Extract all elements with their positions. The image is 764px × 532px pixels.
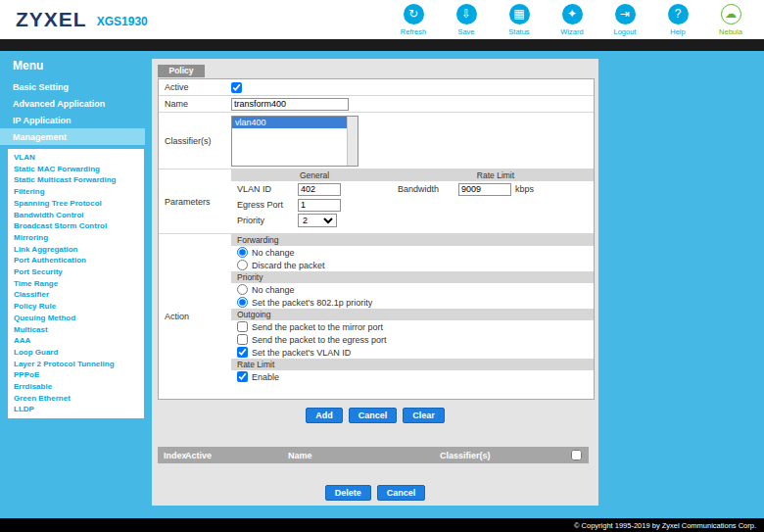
sidebar-link-static-mac-forwarding[interactable]: Static MAC Forwarding xyxy=(8,164,144,175)
table-header-row: Index Active Name Classifier(s) xyxy=(158,447,589,463)
rate-limit-enable-checkbox[interactable] xyxy=(237,371,248,382)
sidebar-link-spanning-tree-protocol[interactable]: Spanning Tree Protocol xyxy=(8,198,144,210)
add-button[interactable]: Add xyxy=(306,408,343,423)
vlan-id-input[interactable] xyxy=(298,183,341,196)
sidebar-link-green-ethernet[interactable]: Green Ethernet xyxy=(8,393,144,405)
column-index: Index xyxy=(158,451,185,460)
forwarding-no-change-radio[interactable] xyxy=(237,247,248,258)
sidebar-link-layer2-protocol-tunneling[interactable]: Layer 2 Protocol Tunneling xyxy=(8,359,144,370)
sidebar-link-time-range[interactable]: Time Range xyxy=(8,278,144,290)
sidebar-link-multicast[interactable]: Multicast xyxy=(8,324,144,336)
form-row-parameters: Parameters General Rate Limit VLAN ID Ba… xyxy=(159,169,594,234)
sidebar-link-link-aggregation[interactable]: Link Aggregation xyxy=(8,244,144,256)
sidebar-link-queuing-method[interactable]: Queuing Method xyxy=(8,313,144,324)
classifier-option-vlan400[interactable]: vlan400 xyxy=(232,117,347,128)
priority-band: Priority xyxy=(231,271,594,283)
help-button[interactable]: ? Help xyxy=(658,4,697,36)
outgoing-egress-option: Send the packet to the egress port xyxy=(231,333,594,346)
rate-limit-enable-label: Enable xyxy=(252,372,279,382)
action-label: Action xyxy=(159,234,231,399)
tab-policy[interactable]: Policy xyxy=(158,65,205,77)
sidebar-item-basic-setting[interactable]: Basic Setting xyxy=(0,78,145,95)
form-row-active: Active xyxy=(159,79,594,96)
sidebar-item-ip-application[interactable]: IP Application xyxy=(0,112,145,128)
refresh-button[interactable]: ↻ Refresh xyxy=(394,4,433,36)
sidebar-link-lldp[interactable]: LLDP xyxy=(8,404,144,415)
sidebar-item-advanced-application[interactable]: Advanced Application xyxy=(0,95,145,112)
sidebar-link-mirroring[interactable]: Mirroring xyxy=(8,232,144,244)
egress-port-input[interactable] xyxy=(298,199,341,212)
priority-select[interactable]: 2 xyxy=(298,214,337,227)
form-row-name: Name xyxy=(159,96,594,113)
device-model: XGS1930 xyxy=(97,15,148,28)
save-label: Save xyxy=(457,27,474,36)
content-panel: Policy Active Name Classifier(s) vlan400 xyxy=(152,59,598,506)
classifiers-label: Classifier(s) xyxy=(159,113,231,169)
param-row-vlan-bandwidth: VLAN ID Bandwidth kbps xyxy=(231,181,594,197)
sidebar-link-filtering[interactable]: Filtering xyxy=(8,186,144,198)
listbox-scrollbar[interactable] xyxy=(347,117,358,166)
outgoing-egress-label: Send the packet to the egress port xyxy=(252,335,387,345)
sidebar-link-bandwidth-control[interactable]: Bandwidth Control xyxy=(8,210,144,221)
outgoing-set-vlan-label: Set the packet's VLAN ID xyxy=(252,348,351,358)
outgoing-mirror-checkbox[interactable] xyxy=(237,321,248,332)
cancel-button-2[interactable]: Cancel xyxy=(377,485,426,501)
logout-icon: ⇥ xyxy=(615,4,636,24)
parameters-label: Parameters xyxy=(159,169,231,233)
logout-label: Logout xyxy=(614,27,637,36)
param-row-egress-port: Egress Port xyxy=(231,197,594,213)
sidebar-link-static-multicast-forwarding[interactable]: Static Multicast Forwarding xyxy=(8,174,144,186)
delete-button[interactable]: Delete xyxy=(325,485,371,501)
priority-no-change-radio[interactable] xyxy=(237,284,248,295)
sidebar-link-loop-guard[interactable]: Loop Guard xyxy=(8,347,144,359)
nebula-label: Nebula xyxy=(719,27,742,36)
sidebar-link-port-authentication[interactable]: Port Authentication xyxy=(8,255,144,266)
select-all-checkbox[interactable] xyxy=(571,450,582,460)
clear-button[interactable]: Clear xyxy=(403,408,445,423)
active-checkbox[interactable] xyxy=(231,82,242,93)
sidebar-link-port-security[interactable]: Port Security xyxy=(8,266,144,278)
column-active: Active xyxy=(185,451,288,460)
form-row-classifiers: Classifier(s) vlan400 xyxy=(159,113,594,169)
save-icon: ⇩ xyxy=(456,4,477,24)
sidebar-link-errdisable[interactable]: Errdisable xyxy=(8,381,144,393)
sidebar-link-broadcast-storm-control[interactable]: Broadcast Storm Control xyxy=(8,220,144,232)
sidebar-item-management[interactable]: Management xyxy=(0,128,145,145)
outgoing-egress-checkbox[interactable] xyxy=(237,334,248,345)
sidebar-link-vlan[interactable]: VLAN xyxy=(8,152,144,164)
forwarding-discard-radio[interactable] xyxy=(237,260,248,270)
policy-rules-table: Index Active Name Classifier(s) xyxy=(158,447,589,463)
status-button[interactable]: ▦ Status xyxy=(500,4,539,36)
general-header: General xyxy=(231,169,398,181)
sidebar: Menu Basic Setting Advanced Application … xyxy=(0,51,145,518)
priority-set-8021p-radio[interactable] xyxy=(237,297,248,308)
logout-button[interactable]: ⇥ Logout xyxy=(605,4,645,36)
outgoing-set-vlan-checkbox[interactable] xyxy=(237,347,248,358)
rate-limit-enable-option: Enable xyxy=(231,370,594,383)
forwarding-no-change-label: No change xyxy=(252,248,295,258)
sidebar-link-aaa[interactable]: AAA xyxy=(8,335,144,347)
nebula-button[interactable]: ☁ Nebula xyxy=(711,4,750,36)
sidebar-link-pppoe[interactable]: PPPoE xyxy=(8,369,144,381)
name-label: Name xyxy=(159,96,231,112)
sidebar-link-policy-rule[interactable]: Policy Rule xyxy=(8,301,144,313)
parameters-header: General Rate Limit xyxy=(231,169,594,181)
outgoing-mirror-label: Send the packet to the mirror port xyxy=(252,322,383,332)
bandwidth-input[interactable] xyxy=(458,183,511,196)
priority-set-8021p-option: Set the packet's 802.1p priority xyxy=(231,296,594,309)
status-icon: ▦ xyxy=(509,4,530,24)
outgoing-band: Outgoing xyxy=(231,309,594,320)
name-input[interactable] xyxy=(231,98,349,111)
forwarding-discard-option: Discard the packet xyxy=(231,259,594,271)
wizard-icon: ✦ xyxy=(562,4,583,24)
rate-limit-header: Rate Limit xyxy=(398,169,594,181)
wizard-button[interactable]: ✦ Wizard xyxy=(552,4,592,36)
sidebar-link-classifier[interactable]: Classifier xyxy=(8,289,144,301)
outgoing-mirror-option: Send the packet to the mirror port xyxy=(231,320,594,333)
zyxel-logo: ZYXEL xyxy=(16,8,87,31)
cancel-button[interactable]: Cancel xyxy=(349,408,398,423)
form-buttons: Add Cancel Clear xyxy=(152,408,598,423)
classifiers-listbox[interactable]: vlan400 xyxy=(231,116,358,167)
save-button[interactable]: ⇩ Save xyxy=(447,4,486,36)
bandwidth-label: Bandwidth xyxy=(398,184,458,194)
